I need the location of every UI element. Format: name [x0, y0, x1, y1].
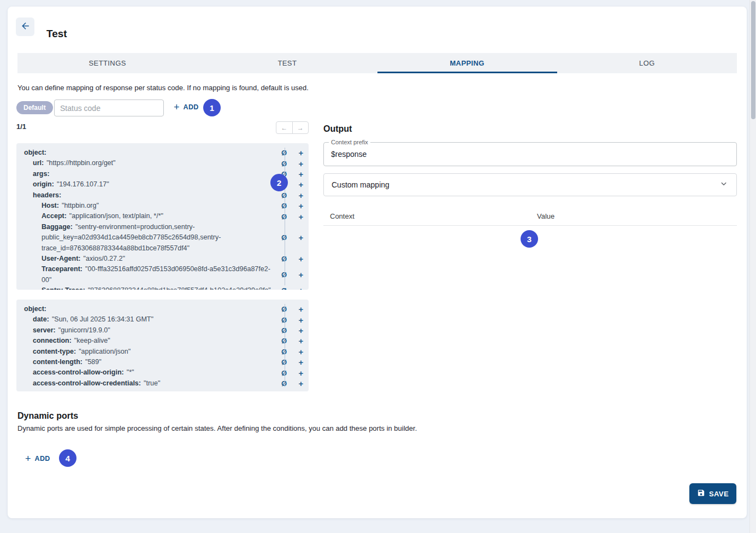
tree-key: Accept: [42, 212, 67, 220]
null-icon: Ø [281, 305, 287, 313]
plus-icon: + [299, 270, 304, 279]
add-node-button[interactable]: + [293, 191, 309, 200]
plus-icon: + [299, 368, 304, 378]
scrollbar-thumb[interactable] [751, 1, 755, 119]
tree-key: access-control-allow-credentials: [33, 379, 141, 387]
tree-row: content-length:"589" Ø + [16, 357, 309, 367]
tree-row: url:"https://httpbin.org/get" Ø + [16, 158, 309, 168]
plus-icon: + [299, 233, 304, 242]
add-port-button[interactable]: + ADD [25, 454, 50, 464]
add-node-button[interactable]: + [293, 254, 309, 263]
tree-row: connection:"keep-alive" Ø + [16, 336, 309, 346]
nullify-button[interactable]: Ø [276, 305, 292, 313]
plus-icon: + [299, 379, 304, 388]
status-code-input[interactable] [54, 99, 164, 116]
context-prefix-input[interactable] [324, 143, 736, 166]
nullify-button[interactable]: Ø [276, 160, 292, 168]
pager-next-button[interactable]: → [293, 122, 309, 133]
tree-row: origin:"194.176.107.17" Ø + [16, 179, 309, 190]
tree-row-text: server:"gunicorn/19.9.0" [16, 325, 276, 336]
nullify-button[interactable]: Ø [276, 337, 292, 345]
nullify-button[interactable]: Ø [276, 358, 292, 366]
tree-row: Baggage:"sentry-environment=production,s… [16, 222, 309, 254]
back-button[interactable] [16, 17, 34, 36]
nullify-button[interactable]: Ø [276, 233, 292, 242]
default-status-chip[interactable]: Default [16, 101, 53, 114]
nullify-button[interactable]: Ø [276, 286, 292, 290]
tree-value: "true" [144, 379, 160, 387]
tree-row: object: Ø + [16, 148, 309, 158]
custom-mapping-label: Custom mapping [332, 180, 389, 189]
tree-row-text: Sentry-Trace:"87630688783344a88bd1bce78f… [16, 285, 276, 290]
tree-row: server:"gunicorn/19.9.0" Ø + [16, 325, 309, 336]
save-button[interactable]: SAVE [689, 483, 736, 504]
mapping-table-header: Context Value [323, 212, 737, 225]
add-node-button[interactable]: + [293, 212, 309, 221]
tab-mapping[interactable]: MAPPING [377, 53, 557, 73]
add-node-button[interactable]: + [293, 286, 309, 290]
pager-prev-button[interactable]: ← [276, 122, 293, 133]
nullify-button[interactable]: Ø [276, 255, 292, 263]
nullify-button[interactable]: Ø [276, 213, 292, 221]
tree-row-text: Traceparent:"00-fffa32516affd0257d5153d0… [16, 264, 276, 285]
nullify-button[interactable]: Ø [276, 379, 292, 388]
tab-test[interactable]: TEST [197, 53, 377, 73]
add-node-button[interactable]: + [293, 326, 309, 335]
custom-mapping-panel[interactable]: Custom mapping [323, 173, 737, 196]
dynamic-ports-description: Dynamic ports are used for simple proces… [17, 424, 417, 432]
add-node-button[interactable]: + [293, 180, 309, 189]
dynamic-ports-title: Dynamic ports [17, 411, 78, 421]
add-node-button[interactable]: + [293, 201, 309, 210]
scrollbar[interactable] [749, 0, 756, 533]
tree-row-text: Baggage:"sentry-environment=production,s… [16, 222, 276, 254]
add-node-button[interactable]: + [293, 336, 309, 345]
page-title: Test [46, 28, 67, 40]
chevron-down-icon [719, 179, 729, 191]
nullify-button[interactable]: Ø [276, 316, 292, 324]
nullify-button[interactable]: Ø [276, 191, 292, 200]
nullify-button[interactable]: Ø [276, 271, 292, 279]
tree-row: object: Ø + [16, 304, 309, 314]
response-headers-panel: object: Ø + date:"Sun, 06 Jul 2025 16:34… [16, 300, 309, 391]
add-node-button[interactable]: + [293, 270, 309, 279]
tree-row-text: User-Agent:"axios/0.27.2" [16, 254, 276, 264]
tab-settings[interactable]: SETTINGS [17, 53, 197, 73]
null-icon: Ø [281, 149, 287, 157]
tab-log[interactable]: LOG [557, 53, 737, 73]
nullify-button[interactable]: Ø [276, 326, 292, 335]
add-node-button[interactable]: + [293, 358, 309, 367]
add-node-button[interactable]: + [293, 233, 309, 242]
response-body-panel: 2 object: Ø + url:"https://httpbin.org/g… [16, 143, 309, 290]
add-status-button[interactable]: + ADD [174, 102, 199, 112]
tree-row-text: object: [16, 148, 276, 158]
add-node-button[interactable]: + [293, 148, 309, 157]
tree-key: Host: [42, 202, 59, 209]
tree-row-text: connection:"keep-alive" [16, 336, 276, 346]
output-title: Output [323, 124, 352, 134]
null-icon: Ø [281, 348, 287, 356]
add-port-label: ADD [35, 455, 50, 462]
tree-key: content-length: [33, 358, 82, 366]
add-node-button[interactable]: + [293, 169, 309, 179]
add-node-button[interactable]: + [293, 159, 309, 168]
add-node-button[interactable]: + [293, 347, 309, 356]
tree-key: User-Agent: [42, 255, 81, 262]
add-node-button[interactable]: + [293, 368, 309, 378]
tree-row-text: url:"https://httpbin.org/get" [16, 158, 276, 168]
nullify-button[interactable]: Ø [276, 348, 292, 356]
nullify-button[interactable]: Ø [276, 202, 292, 210]
nullify-button[interactable]: Ø [276, 369, 292, 377]
nullify-button[interactable]: Ø [276, 149, 292, 157]
tree-value: "87630688783344a88bd1bce78f557df4-b102c4… [88, 286, 271, 290]
add-node-button[interactable]: + [293, 315, 309, 325]
tree-row-text: Accept:"application/json, text/plain, */… [16, 211, 276, 221]
tree-row: User-Agent:"axios/0.27.2" Ø + [16, 254, 309, 264]
mapping-pager: ← → [276, 121, 309, 134]
add-node-button[interactable]: + [293, 379, 309, 388]
add-node-button[interactable]: + [293, 304, 309, 314]
plus-icon: + [299, 304, 304, 314]
tree-value: "application/json" [79, 348, 131, 355]
tree-row-text: access-control-allow-credentials:"true" [16, 378, 276, 389]
tree-key: Traceparent: [42, 265, 82, 273]
header-divider [323, 225, 737, 226]
